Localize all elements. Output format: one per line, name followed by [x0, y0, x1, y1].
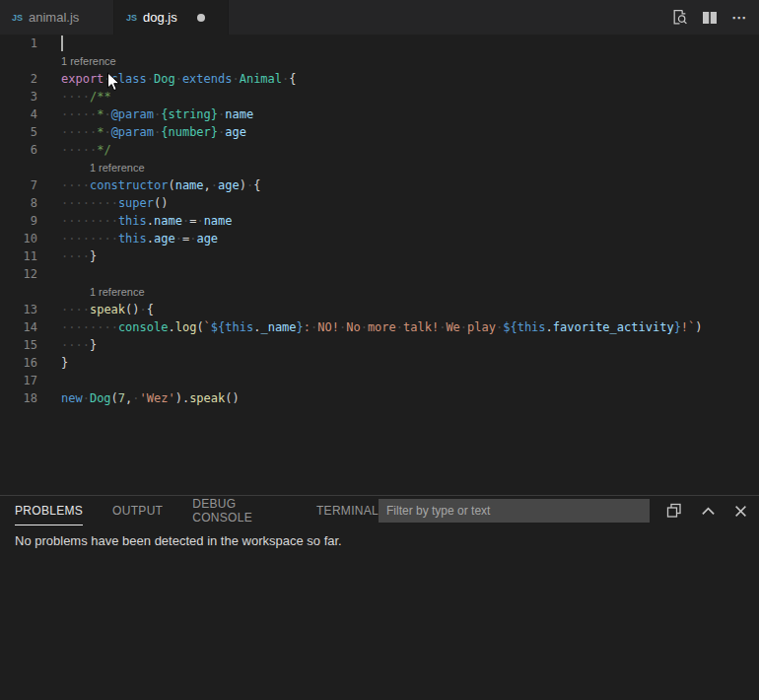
code-line-text: ········this.age·=·age: [37, 230, 218, 247]
code-line[interactable]: 1: [0, 35, 759, 52]
panel-header: PROBLEMS OUTPUT DEBUG CONSOLE TERMINAL: [0, 496, 759, 525]
code-line-text: ·····*·@param·{string}·name: [37, 105, 253, 123]
code-line[interactable]: 12: [0, 265, 759, 283]
code-line-text: ····/**: [37, 88, 111, 105]
line-number: 13: [0, 301, 37, 318]
code-line[interactable]: 6·····*/: [0, 141, 759, 159]
line-number: 16: [0, 354, 37, 372]
problems-filter-input[interactable]: [379, 499, 650, 523]
search-editor-icon[interactable]: [671, 9, 688, 26]
panel-tab-terminal[interactable]: TERMINAL: [316, 496, 379, 525]
code-line[interactable]: 10········this.age·=·age: [0, 230, 759, 247]
line-number: 6: [0, 141, 37, 159]
problems-empty-message: No problems have been detected in the wo…: [15, 533, 759, 548]
code-line[interactable]: 17: [0, 372, 759, 389]
code-line-text: export·class·Dog·extends·Animal·{: [37, 70, 297, 88]
code-line[interactable]: 14········console.log(`${this._name}:·NO…: [0, 318, 759, 336]
code-line-text: ········console.log(`${this._name}:·NO!·…: [37, 318, 703, 336]
code-line-text: ····speak()·{: [37, 301, 154, 318]
codelens-reference[interactable]: 1 reference: [0, 52, 759, 70]
line-number: 3: [0, 88, 37, 105]
tab-bar-spacer: [229, 0, 671, 35]
line-number: 5: [0, 123, 37, 141]
code-line-text: new·Dog(7,·'Wez').speak(): [37, 389, 240, 407]
code-line[interactable]: 8········super(): [0, 194, 759, 212]
code-line[interactable]: 18new·Dog(7,·'Wez').speak(): [0, 389, 759, 407]
line-number: 15: [0, 336, 37, 354]
line-number: 9: [0, 212, 37, 230]
code-line-text: ····constructor(name,·age)·{: [37, 176, 260, 194]
code-line[interactable]: 13····speak()·{: [0, 301, 759, 318]
code-line-text: ·····*/: [37, 141, 111, 159]
code-line[interactable]: 15····}: [0, 336, 759, 354]
code-line-text: [37, 35, 63, 52]
code-line[interactable]: 9········this.name·=·name: [0, 212, 759, 230]
editor-tab-bar: JS animal.js JS dog.js ⋯: [0, 0, 759, 35]
tab-label: dog.js: [143, 10, 177, 25]
panel-tab-output[interactable]: OUTPUT: [112, 496, 163, 525]
line-number: 1: [0, 35, 37, 52]
javascript-file-icon: JS: [12, 13, 23, 23]
line-number: 7: [0, 176, 37, 194]
tab-dog-js[interactable]: JS dog.js: [114, 0, 229, 35]
code-line-text: ········super(): [37, 194, 168, 212]
line-number: 14: [0, 318, 37, 336]
unsaved-changes-dot-icon[interactable]: [197, 14, 205, 22]
code-line[interactable]: 5·····*·@param·{number}·age: [0, 123, 759, 141]
close-panel-icon[interactable]: [734, 505, 747, 518]
more-actions-icon[interactable]: ⋯: [731, 13, 747, 23]
maximize-panel-icon[interactable]: [701, 504, 716, 519]
code-line[interactable]: 11····}: [0, 247, 759, 265]
code-line-text: ········this.name·=·name: [37, 212, 233, 230]
code-line-text: }: [37, 354, 68, 372]
panel-tabs: PROBLEMS OUTPUT DEBUG CONSOLE TERMINAL: [15, 496, 379, 525]
panel-tab-problems[interactable]: PROBLEMS: [15, 496, 83, 525]
panel-action-icons: [666, 503, 747, 519]
line-number: 11: [0, 247, 37, 265]
code-line[interactable]: 16}: [0, 354, 759, 372]
code-lines: 11 reference2export·class·Dog·extends·An…: [0, 35, 759, 407]
code-line[interactable]: 7····constructor(name,·age)·{: [0, 176, 759, 194]
code-line[interactable]: 3····/**: [0, 88, 759, 105]
panel-tab-debug-console[interactable]: DEBUG CONSOLE: [192, 496, 287, 525]
code-line[interactable]: 2export·class·Dog·extends·Animal·{: [0, 70, 759, 88]
code-line-text: [37, 372, 61, 389]
line-number: 4: [0, 105, 37, 123]
code-line[interactable]: 4·····*·@param·{string}·name: [0, 105, 759, 123]
code-line-text: ····}: [37, 336, 97, 354]
line-number: 17: [0, 372, 37, 389]
code-editor[interactable]: 11 reference2export·class·Dog·extends·An…: [0, 35, 759, 407]
javascript-file-icon: JS: [126, 13, 137, 23]
line-number: 10: [0, 230, 37, 247]
code-line-text: [37, 265, 61, 283]
editor-actions: ⋯: [671, 0, 759, 35]
tab-label: animal.js: [29, 10, 79, 25]
line-number: 8: [0, 194, 37, 212]
bottom-panel: PROBLEMS OUTPUT DEBUG CONSOLE TERMINAL: [0, 495, 759, 700]
code-line-text: ····}: [37, 247, 97, 265]
split-editor-icon[interactable]: [702, 10, 718, 26]
codelens-reference[interactable]: 1 reference: [0, 159, 759, 176]
line-number: 18: [0, 389, 37, 407]
collapse-all-icon[interactable]: [666, 503, 682, 519]
line-number: 2: [0, 70, 37, 88]
line-number: 12: [0, 265, 37, 283]
text-caret: [61, 35, 63, 51]
tab-animal-js[interactable]: JS animal.js: [0, 0, 114, 35]
codelens-reference[interactable]: 1 reference: [0, 283, 759, 301]
code-line-text: ·····*·@param·{number}·age: [37, 123, 246, 141]
